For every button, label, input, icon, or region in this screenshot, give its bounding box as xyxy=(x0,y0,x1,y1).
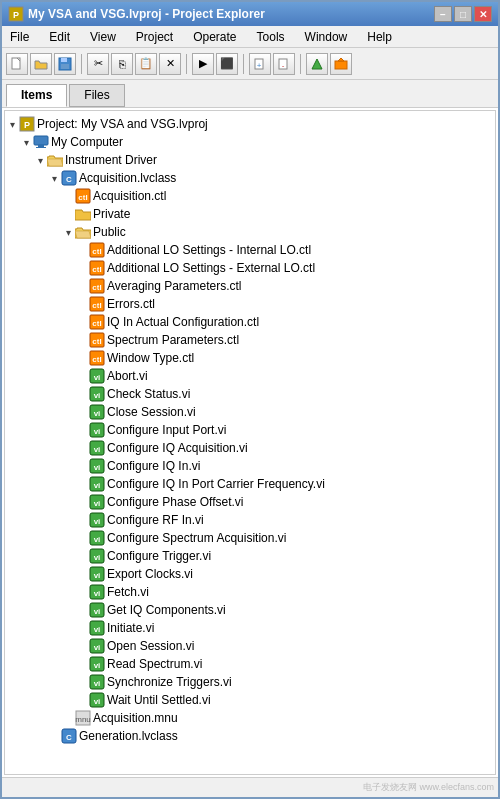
cut-button[interactable]: ✂ xyxy=(87,53,109,75)
tree-item[interactable]: viConfigure Spectrum Acquisition.vi xyxy=(5,529,495,547)
lvclass-icon: C xyxy=(61,170,77,186)
tree-label: My Computer xyxy=(51,135,123,149)
paste-button[interactable]: 📋 xyxy=(135,53,157,75)
tree-item[interactable]: viRead Spectrum.vi xyxy=(5,655,495,673)
svg-text:C: C xyxy=(66,175,72,184)
folder-icon xyxy=(75,206,91,222)
tree-item[interactable]: mnuAcquisition.mnu xyxy=(5,709,495,727)
open-button[interactable] xyxy=(30,53,52,75)
tree-expander xyxy=(75,639,89,653)
tree-item[interactable]: CGeneration.lvclass xyxy=(5,727,495,745)
new-button[interactable] xyxy=(6,53,28,75)
tree-item[interactable]: Private xyxy=(5,205,495,223)
tree-item[interactable]: ▾PProject: My VSA and VSG.lvproj xyxy=(5,115,495,133)
tree-item[interactable]: viConfigure IQ Acquisition.vi xyxy=(5,439,495,457)
tree-item[interactable]: ctlAveraging Parameters.ctl xyxy=(5,277,495,295)
svg-text:vi: vi xyxy=(94,553,101,562)
save-button[interactable] xyxy=(54,53,76,75)
tree-label: Export Clocks.vi xyxy=(107,567,193,581)
stop-button[interactable]: ⬛ xyxy=(216,53,238,75)
svg-text:ctl: ctl xyxy=(92,301,101,310)
remove-file-button[interactable]: - xyxy=(273,53,295,75)
close-button[interactable]: ✕ xyxy=(474,6,492,22)
svg-text:P: P xyxy=(13,10,19,20)
tree-label: Acquisition.ctl xyxy=(93,189,166,203)
tree-item[interactable]: viClose Session.vi xyxy=(5,403,495,421)
menu-item-help[interactable]: Help xyxy=(363,29,396,45)
tree-expander xyxy=(75,369,89,383)
add-file-button[interactable]: + xyxy=(249,53,271,75)
tree-expander xyxy=(75,513,89,527)
svg-text:vi: vi xyxy=(94,679,101,688)
vi-icon: vi xyxy=(89,602,105,618)
menu-item-operate[interactable]: Operate xyxy=(189,29,240,45)
svg-text:vi: vi xyxy=(94,535,101,544)
tree-expander[interactable]: ▾ xyxy=(5,117,19,131)
tree-item[interactable]: ▾Public xyxy=(5,223,495,241)
ctl-icon: ctl xyxy=(75,188,91,204)
tree-item[interactable]: viOpen Session.vi xyxy=(5,637,495,655)
vi-icon: vi xyxy=(89,530,105,546)
menu-item-view[interactable]: View xyxy=(86,29,120,45)
tree-expander[interactable]: ▾ xyxy=(19,135,33,149)
tree-label: Abort.vi xyxy=(107,369,148,383)
tree-label: Private xyxy=(93,207,130,221)
tree-item[interactable]: viConfigure RF In.vi xyxy=(5,511,495,529)
tree-item[interactable]: ctlAdditional LO Settings - Internal LO.… xyxy=(5,241,495,259)
separator-4 xyxy=(300,54,301,74)
tree-item[interactable]: ctlIQ In Actual Configuration.ctl xyxy=(5,313,495,331)
menu-item-window[interactable]: Window xyxy=(301,29,352,45)
tree-item[interactable]: viConfigure Phase Offset.vi xyxy=(5,493,495,511)
svg-text:vi: vi xyxy=(94,697,101,706)
delete-button[interactable]: ✕ xyxy=(159,53,181,75)
tree-expander[interactable]: ▾ xyxy=(61,225,75,239)
run-button[interactable]: ▶ xyxy=(192,53,214,75)
tree-item[interactable]: viConfigure IQ In.vi xyxy=(5,457,495,475)
tree-item[interactable]: viConfigure Trigger.vi xyxy=(5,547,495,565)
tree-item[interactable]: ▾My Computer xyxy=(5,133,495,151)
tab-items[interactable]: Items xyxy=(6,84,67,107)
tree-item[interactable]: ctlErrors.ctl xyxy=(5,295,495,313)
tree-item[interactable]: viGet IQ Components.vi xyxy=(5,601,495,619)
menu-item-tools[interactable]: Tools xyxy=(253,29,289,45)
tree-item[interactable]: ctlAdditional LO Settings - External LO.… xyxy=(5,259,495,277)
minimize-button[interactable]: − xyxy=(434,6,452,22)
menu-item-project[interactable]: Project xyxy=(132,29,177,45)
tree-item[interactable]: ctlAcquisition.ctl xyxy=(5,187,495,205)
folder-icon xyxy=(75,224,91,240)
build-button[interactable] xyxy=(306,53,328,75)
tree-item[interactable]: ▾CAcquisition.lvclass xyxy=(5,169,495,187)
tree-item[interactable]: viCheck Status.vi xyxy=(5,385,495,403)
tree-item[interactable]: viConfigure IQ In Port Carrier Frequency… xyxy=(5,475,495,493)
svg-text:ctl: ctl xyxy=(92,337,101,346)
deploy-button[interactable] xyxy=(330,53,352,75)
menu-item-file[interactable]: File xyxy=(6,29,33,45)
tree-label: Acquisition.lvclass xyxy=(79,171,176,185)
vi-icon: vi xyxy=(89,584,105,600)
svg-text:vi: vi xyxy=(94,499,101,508)
tree-item[interactable]: ▾Instrument Driver xyxy=(5,151,495,169)
project-tree[interactable]: ▾PProject: My VSA and VSG.lvproj▾My Comp… xyxy=(4,110,496,775)
separator-2 xyxy=(186,54,187,74)
tree-item[interactable]: viExport Clocks.vi xyxy=(5,565,495,583)
tab-files[interactable]: Files xyxy=(69,84,124,107)
tree-item[interactable]: ctlSpectrum Parameters.ctl xyxy=(5,331,495,349)
svg-rect-5 xyxy=(61,64,69,69)
tree-item[interactable]: viInitiate.vi xyxy=(5,619,495,637)
svg-rect-4 xyxy=(61,58,67,62)
tree-item[interactable]: ctlWindow Type.ctl xyxy=(5,349,495,367)
tree-expander[interactable]: ▾ xyxy=(33,153,47,167)
tree-item[interactable]: viSynchronize Triggers.vi xyxy=(5,673,495,691)
copy-button[interactable]: ⎘ xyxy=(111,53,133,75)
svg-text:ctl: ctl xyxy=(78,193,87,202)
tree-expander[interactable]: ▾ xyxy=(47,171,61,185)
menu-item-edit[interactable]: Edit xyxy=(45,29,74,45)
tree-item[interactable]: viFetch.vi xyxy=(5,583,495,601)
tree-label: Read Spectrum.vi xyxy=(107,657,202,671)
ctl-icon: ctl xyxy=(89,296,105,312)
tree-item[interactable]: viAbort.vi xyxy=(5,367,495,385)
tree-label: Configure Spectrum Acquisition.vi xyxy=(107,531,286,545)
maximize-button[interactable]: □ xyxy=(454,6,472,22)
tree-item[interactable]: viWait Until Settled.vi xyxy=(5,691,495,709)
tree-item[interactable]: viConfigure Input Port.vi xyxy=(5,421,495,439)
